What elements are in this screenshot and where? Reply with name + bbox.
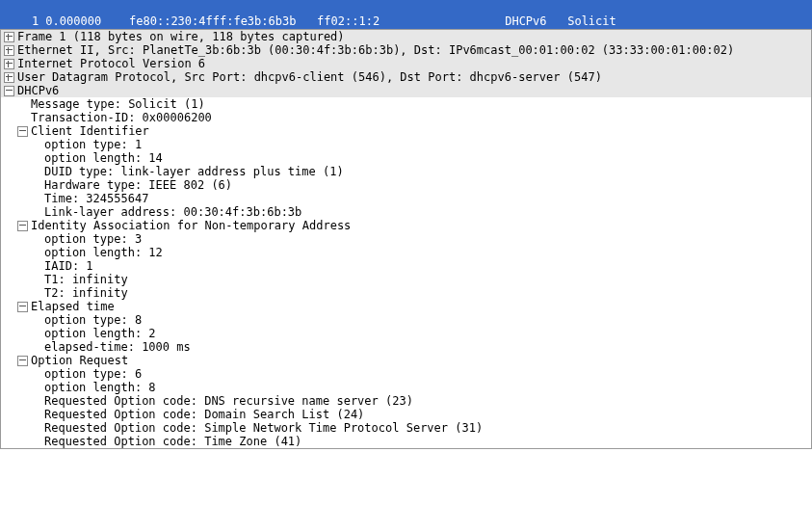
duid-type: DUID type: link-layer address plus time …	[44, 165, 344, 178]
opt-type: option type: 6	[44, 367, 142, 381]
field-row[interactable]: T2: infinity	[28, 286, 811, 300]
time: Time: 324555647	[44, 192, 148, 205]
frame-header: Frame 1 (118 bytes on wire, 118 bytes ca…	[17, 30, 345, 43]
opt-type: option type: 1	[44, 138, 142, 151]
elapsed-header-row[interactable]: Elapsed time	[14, 300, 811, 313]
collapse-icon[interactable]	[17, 126, 28, 137]
field-row[interactable]: Message type: Solicit (1)	[14, 97, 811, 111]
field-row[interactable]: Requested Option code: DNS recursive nam…	[28, 394, 811, 408]
field-row[interactable]: option length: 14	[28, 151, 811, 165]
packet-list-row[interactable]: 1 0.000000 fe80::230:4fff:fe3b:6b3b ff02…	[0, 0, 812, 29]
expand-icon[interactable]	[4, 72, 14, 83]
elapsed-value: elapsed-time: 1000 ms	[44, 340, 191, 354]
ethernet-header-row[interactable]: Ethernet II, Src: PlanetTe_3b:6b:3b (00:…	[1, 43, 811, 57]
ipv6-header-row[interactable]: Internet Protocol Version 6	[1, 57, 811, 70]
req-opt: Requested Option code: DNS recursive nam…	[44, 394, 413, 408]
oro-header: Option Request	[31, 354, 128, 367]
ipv6-header: Internet Protocol Version 6	[17, 57, 205, 70]
field-row[interactable]: Hardware type: IEEE 802 (6)	[28, 178, 811, 192]
dhcpv6-header: DHCPv6	[17, 84, 59, 97]
frame-header-row[interactable]: Frame 1 (118 bytes on wire, 118 bytes ca…	[1, 30, 811, 43]
field-row[interactable]: Requested Option code: Domain Search Lis…	[28, 408, 811, 421]
field-row[interactable]: Requested Option code: Simple Network Ti…	[28, 421, 811, 435]
collapse-icon[interactable]	[4, 86, 14, 96]
opt-len: option length: 2	[44, 327, 156, 340]
opt-len: option length: 12	[44, 246, 163, 259]
lladdr: Link-layer address: 00:30:4f:3b:6b:3b	[44, 205, 301, 219]
packet-details-pane[interactable]: Frame 1 (118 bytes on wire, 118 bytes ca…	[0, 29, 812, 449]
expand-icon[interactable]	[4, 59, 14, 69]
field-row[interactable]: option length: 12	[28, 246, 811, 259]
field-row[interactable]: option type: 6	[28, 367, 811, 381]
field-row[interactable]: elapsed-time: 1000 ms	[28, 340, 811, 354]
opt-type: option type: 3	[44, 232, 142, 246]
collapse-icon[interactable]	[17, 221, 28, 231]
msgtype-field: Message type: Solicit (1)	[31, 97, 205, 111]
iaid: IAID: 1	[44, 259, 93, 273]
field-row[interactable]: option type: 8	[28, 313, 811, 327]
field-row[interactable]: option type: 3	[28, 232, 811, 246]
field-row[interactable]: Transaction-ID: 0x00006200	[14, 111, 811, 124]
packet-row-text: 1 0.000000 fe80::230:4fff:fe3b:6b3b ff02…	[17, 14, 616, 28]
t1: T1: infinity	[44, 273, 128, 286]
field-row[interactable]: DUID type: link-layer address plus time …	[28, 165, 811, 178]
clientid-header-row[interactable]: Client Identifier	[14, 124, 811, 138]
collapse-icon[interactable]	[17, 356, 28, 366]
expand-icon[interactable]	[4, 32, 14, 42]
field-row[interactable]: Link-layer address: 00:30:4f:3b:6b:3b	[28, 205, 811, 219]
field-row[interactable]: Time: 324555647	[28, 192, 811, 205]
opt-len: option length: 8	[44, 381, 156, 394]
dhcpv6-header-row[interactable]: DHCPv6	[1, 84, 811, 97]
hw-type: Hardware type: IEEE 802 (6)	[44, 178, 232, 192]
opt-len: option length: 14	[44, 151, 163, 165]
udp-header: User Datagram Protocol, Src Port: dhcpv6…	[17, 70, 602, 84]
opt-type: option type: 8	[44, 313, 142, 327]
field-row[interactable]: T1: infinity	[28, 273, 811, 286]
req-opt: Requested Option code: Simple Network Ti…	[44, 421, 483, 435]
expand-icon[interactable]	[4, 45, 14, 56]
clientid-header: Client Identifier	[31, 124, 149, 138]
req-opt: Requested Option code: Domain Search Lis…	[44, 408, 364, 421]
req-opt: Requested Option code: Time Zone (41)	[44, 435, 301, 448]
field-row[interactable]: IAID: 1	[28, 259, 811, 273]
field-row[interactable]: option length: 2	[28, 327, 811, 340]
oro-header-row[interactable]: Option Request	[14, 354, 811, 367]
ethernet-header: Ethernet II, Src: PlanetTe_3b:6b:3b (00:…	[17, 43, 734, 57]
elapsed-header: Elapsed time	[31, 300, 115, 313]
field-row[interactable]: option length: 8	[28, 381, 811, 394]
iana-header: Identity Association for Non-temporary A…	[31, 219, 351, 232]
field-row[interactable]: Requested Option code: Time Zone (41)	[28, 435, 811, 448]
field-row[interactable]: option type: 1	[28, 138, 811, 151]
collapse-icon[interactable]	[17, 302, 28, 312]
t2: T2: infinity	[44, 286, 128, 300]
iana-header-row[interactable]: Identity Association for Non-temporary A…	[14, 219, 811, 232]
udp-header-row[interactable]: User Datagram Protocol, Src Port: dhcpv6…	[1, 70, 811, 84]
txid-field: Transaction-ID: 0x00006200	[31, 111, 212, 124]
